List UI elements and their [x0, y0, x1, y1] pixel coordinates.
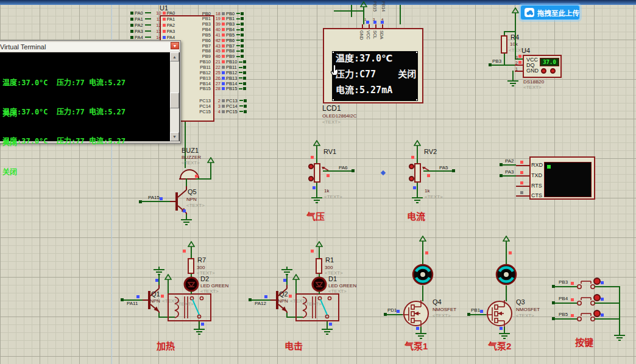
- mcu-left-pin-row: PA3 13 PA3: [130, 28, 176, 34]
- pin-number: 2: [515, 61, 518, 66]
- relay-icon[interactable]: [168, 293, 211, 321]
- pot-increase-button[interactable]: [409, 164, 414, 169]
- upload-dropzone-button[interactable]: 拖拽至此上传: [520, 5, 580, 20]
- wire: [417, 150, 418, 163]
- resistor-ref: R1: [325, 257, 334, 264]
- window-title-bar[interactable]: Virtual Terminal: [0, 42, 179, 52]
- pot-decrease-button[interactable]: [308, 176, 314, 181]
- resistor-r4[interactable]: [501, 35, 507, 54]
- wire: [196, 178, 211, 180]
- scroll-up-arrow-icon[interactable]: ▲: [170, 52, 179, 61]
- lcd-screen: 温度:37.0℃ 压力:C77 关闭 电流:5.27mA: [332, 51, 418, 101]
- pot-decrease-button[interactable]: [409, 176, 414, 181]
- pin-state-indicator: [313, 186, 316, 189]
- terminal-reading-line: 温度:37.0°C 压力:77 电流:5.27: [2, 136, 125, 147]
- pot-body[interactable]: [414, 163, 421, 183]
- wire: [554, 286, 578, 287]
- sensor-decrement-button[interactable]: [550, 68, 556, 74]
- resistor[interactable]: [316, 258, 322, 274]
- text-placeholder: <TEXT>: [182, 161, 200, 166]
- pin-state-indicator: [222, 60, 225, 63]
- wire-label: PA6: [339, 166, 348, 170]
- text-placeholder: <TEXT>: [433, 313, 451, 318]
- ground-icon: [193, 326, 205, 335]
- pin-number: 4: [212, 109, 221, 114]
- wire-label: PA3: [505, 170, 514, 175]
- pin-state-indicator: [195, 175, 198, 178]
- wire: [239, 88, 242, 89]
- pot-body[interactable]: [314, 163, 320, 183]
- resistor[interactable]: [188, 258, 194, 274]
- terminal-line-group: 温度:37.0°C 压力:77 电流:5.27 关闭: [2, 116, 125, 198]
- wire: [422, 285, 423, 301]
- pin-number: 3: [515, 55, 518, 60]
- terminal-output: 温度:37.0°C 压力:77 电流:5.27 关闭 温度:37.0°C 压力:…: [0, 52, 180, 141]
- wire: [236, 45, 240, 46]
- wire-terminal: [243, 71, 246, 74]
- push-button-icon[interactable]: [575, 278, 602, 291]
- wire: [141, 201, 170, 202]
- wire: [595, 286, 619, 287]
- wire: [239, 83, 242, 84]
- scrollbar[interactable]: ▲ ▼: [170, 52, 179, 141]
- pin-state-indicator: [155, 279, 158, 282]
- wire: [239, 61, 242, 63]
- nmosfet-icon[interactable]: [403, 300, 429, 327]
- motor-icon[interactable]: [412, 264, 434, 285]
- scrollbar-thumb[interactable]: [170, 93, 179, 108]
- pot-value: 1k: [425, 189, 429, 194]
- wire: [595, 303, 619, 304]
- wire: [400, 5, 401, 24]
- wire-label: PA11: [127, 301, 138, 306]
- transistor-ref: Q5: [188, 189, 197, 195]
- wire-terminal: [130, 36, 133, 39]
- pin-state-indicator: [397, 310, 400, 313]
- serial-pin-label: TXD: [531, 173, 542, 178]
- screen-corner-pixel: [416, 52, 417, 53]
- wire: [239, 67, 242, 68]
- wire: [239, 72, 242, 73]
- wire-terminal: [241, 12, 244, 15]
- wire: [323, 170, 352, 172]
- wire: [316, 150, 317, 163]
- led-icon[interactable]: [183, 276, 199, 292]
- wire: [470, 314, 486, 315]
- wire: [145, 37, 151, 38]
- pin-number: 1: [515, 67, 518, 72]
- mcu-pc-pin-row: PC15 4 PC15: [183, 108, 247, 114]
- wire-label: PB3: [559, 280, 568, 285]
- circuit-caption: 电流: [407, 209, 425, 222]
- led-icon[interactable]: [311, 276, 327, 292]
- push-button-icon[interactable]: [575, 294, 602, 307]
- window-close-button[interactable]: ▼: [171, 42, 179, 49]
- mouse-cursor-icon: [331, 64, 341, 76]
- pin-state-indicator: [601, 298, 604, 301]
- sensor-increment-button[interactable]: [541, 68, 546, 74]
- wire-label: PA1: [135, 16, 143, 22]
- relay-circuit: PA12 Q2 NPN <TEXT> <TEXT> R1 300 <TEXT>: [244, 237, 378, 359]
- pot-increase-button[interactable]: [308, 164, 314, 169]
- pin-state-indicator: [163, 12, 166, 15]
- nmosfet-icon[interactable]: [486, 300, 513, 327]
- pin-state-indicator: [480, 310, 483, 313]
- pin-state-indicator: [183, 209, 186, 212]
- transistor-type: NPN: [278, 299, 288, 304]
- pin-stub: [516, 186, 529, 187]
- pin-state-indicator: [500, 327, 503, 330]
- pin-state-indicator: [222, 71, 225, 74]
- ground-icon: [507, 78, 519, 86]
- virtual-terminal-window[interactable]: Virtual Terminal ▼ 温度:37.0°C 压力:77 电流:5.…: [0, 40, 181, 144]
- text-placeholder: <TEXT>: [425, 195, 443, 200]
- scroll-down-arrow-icon[interactable]: ▼: [170, 132, 179, 141]
- pin-state-indicator: [222, 77, 225, 80]
- serial-screen: [544, 162, 592, 197]
- pin-state-indicator: [425, 251, 428, 254]
- wire-label: PB15: [373, 1, 377, 12]
- push-button-icon[interactable]: [575, 310, 602, 323]
- wire: [186, 178, 187, 186]
- motor-icon[interactable]: [495, 264, 517, 285]
- relay-icon[interactable]: [295, 293, 339, 321]
- wire: [386, 314, 403, 315]
- wire: [236, 34, 240, 35]
- pin-number: 13: [153, 29, 161, 34]
